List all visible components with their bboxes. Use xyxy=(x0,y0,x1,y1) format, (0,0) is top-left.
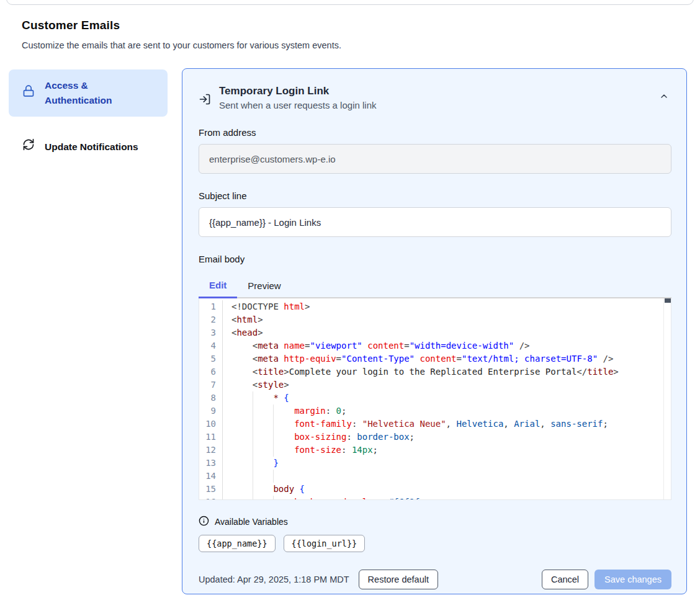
sidebar-item-label: Update Notifications xyxy=(45,140,138,154)
refresh-icon xyxy=(22,138,35,155)
code-content xyxy=(223,470,671,483)
panel-title: Temporary Login Link xyxy=(219,85,651,97)
line-number: 5 xyxy=(199,352,223,365)
indent-guide xyxy=(253,391,253,405)
login-icon xyxy=(199,93,211,108)
restore-default-button[interactable]: Restore default xyxy=(359,570,438,589)
line-number: 6 xyxy=(199,365,223,378)
code-content: <html> xyxy=(223,313,671,326)
indent-guide xyxy=(253,405,253,418)
line-number: 4 xyxy=(199,339,223,352)
editor-scrollbar-thumb[interactable] xyxy=(665,298,671,303)
code-line: 9 margin: 0; xyxy=(199,405,671,418)
code-content: font-size: 14px; xyxy=(223,444,671,457)
email-body-tabs: EditPreview xyxy=(199,273,671,298)
indent-guide xyxy=(253,496,253,500)
code-content: <!DOCTYPE html> xyxy=(223,300,671,313)
variable-chip[interactable]: {{app_name}} xyxy=(199,535,276,552)
code-line: 15 body { xyxy=(199,483,671,496)
code-line: 3<head> xyxy=(199,326,671,339)
indent-guide xyxy=(273,470,274,483)
variable-chip[interactable]: {{login_url}} xyxy=(284,535,366,552)
indent-guide xyxy=(273,405,274,418)
available-variables-label: Available Variables xyxy=(215,517,288,527)
from-address-input[interactable] xyxy=(199,144,671,174)
temporary-login-link-panel: Temporary Login Link Sent when a user re… xyxy=(182,68,687,594)
editor-scrollbar-track[interactable] xyxy=(663,298,671,499)
indent-guide xyxy=(273,496,274,500)
line-number: 9 xyxy=(199,405,223,418)
code-content: <style> xyxy=(223,378,671,391)
collapse-panel-button[interactable] xyxy=(659,91,669,103)
code-content: background-color: #f6f9fc; xyxy=(223,496,671,500)
code-line: 8 * { xyxy=(199,391,671,405)
line-number: 7 xyxy=(199,378,223,391)
indent-guide xyxy=(253,444,253,457)
code-line: 5 <meta http-equiv="Content-Type" conten… xyxy=(199,352,671,365)
email-body-label: Email body xyxy=(199,254,670,264)
sidebar-item-label: Access & Authentication xyxy=(45,78,153,108)
chevron-up-icon xyxy=(659,94,669,103)
code-line: 11 box-sizing: border-box; xyxy=(199,431,671,444)
indent-guide xyxy=(253,470,253,483)
updated-timestamp: Updated: Apr 29, 2025, 1:18 PM MDT xyxy=(199,574,349,584)
indent-guide xyxy=(253,483,253,496)
lock-icon xyxy=(22,84,35,102)
save-changes-button[interactable]: Save changes xyxy=(595,570,671,589)
code-content: margin: 0; xyxy=(223,405,671,418)
code-content: <head> xyxy=(223,326,671,339)
sidebar-item-access-authentication[interactable]: Access & Authentication xyxy=(9,69,168,117)
indent-guide xyxy=(273,431,274,444)
from-address-label: From address xyxy=(199,127,670,138)
line-number: 15 xyxy=(199,483,223,496)
code-line: 4 <meta name="viewport" content="width=d… xyxy=(199,339,671,352)
tab-edit[interactable]: Edit xyxy=(199,273,237,298)
code-content: font-family: "Helvetica Neue", Helvetica… xyxy=(223,418,671,431)
code-line: 14 xyxy=(199,470,671,483)
line-number: 12 xyxy=(199,444,223,457)
subject-line-input[interactable] xyxy=(199,207,671,237)
panel-subtitle: Sent when a user requests a login link xyxy=(219,100,651,110)
code-content: <title>Complete your login to the Replic… xyxy=(223,365,671,378)
code-line: 1<!DOCTYPE html> xyxy=(199,300,671,313)
line-number: 3 xyxy=(199,326,223,339)
code-content: <meta name="viewport" content="width=dev… xyxy=(223,339,671,352)
code-line: 10 font-family: "Helvetica Neue", Helvet… xyxy=(199,418,671,431)
line-number: 1 xyxy=(199,300,223,313)
panel-footer: Updated: Apr 29, 2025, 1:18 PM MDT Resto… xyxy=(199,570,671,589)
line-number: 16 xyxy=(199,496,223,500)
subject-line-label: Subject line xyxy=(199,190,670,201)
code-line: 12 font-size: 14px; xyxy=(199,444,671,457)
code-line: 6 <title>Complete your login to the Repl… xyxy=(199,365,671,378)
indent-guide xyxy=(253,457,253,470)
page-subtitle: Customize the emails that are sent to yo… xyxy=(22,40,680,50)
indent-guide xyxy=(253,418,253,431)
indent-guide xyxy=(273,444,274,457)
line-number: 8 xyxy=(199,391,223,405)
code-line: 7 <style> xyxy=(199,378,671,391)
code-content: body { xyxy=(223,483,671,496)
sidebar-item-update-notifications[interactable]: Update Notifications xyxy=(9,130,168,164)
code-content: } xyxy=(223,457,671,470)
cancel-button[interactable]: Cancel xyxy=(542,570,588,589)
line-number: 13 xyxy=(199,457,223,470)
tab-preview[interactable]: Preview xyxy=(237,273,291,297)
info-icon xyxy=(199,516,209,528)
code-content: <meta http-equiv="Content-Type" content=… xyxy=(223,352,671,365)
panel-header: Temporary Login Link Sent when a user re… xyxy=(199,85,670,110)
code-content: box-sizing: border-box; xyxy=(223,431,671,444)
indent-guide xyxy=(273,418,274,431)
code-line: 16 background-color: #f6f9fc; xyxy=(199,496,671,500)
email-types-sidebar: Access & AuthenticationUpdate Notificati… xyxy=(9,69,168,164)
line-number: 10 xyxy=(199,418,223,431)
line-number: 11 xyxy=(199,431,223,444)
code-content: * { xyxy=(223,391,671,405)
code-line: 13 } xyxy=(199,457,671,470)
line-number: 2 xyxy=(199,313,223,326)
email-body-code-editor[interactable]: 1<!DOCTYPE html>2<html>3<head>4 <meta na… xyxy=(199,298,671,500)
previous-card-bottom-edge xyxy=(6,0,694,5)
page-title: Customer Emails xyxy=(22,19,680,32)
indent-guide xyxy=(253,431,253,444)
line-number: 14 xyxy=(199,470,223,483)
code-line: 2<html> xyxy=(199,313,671,326)
